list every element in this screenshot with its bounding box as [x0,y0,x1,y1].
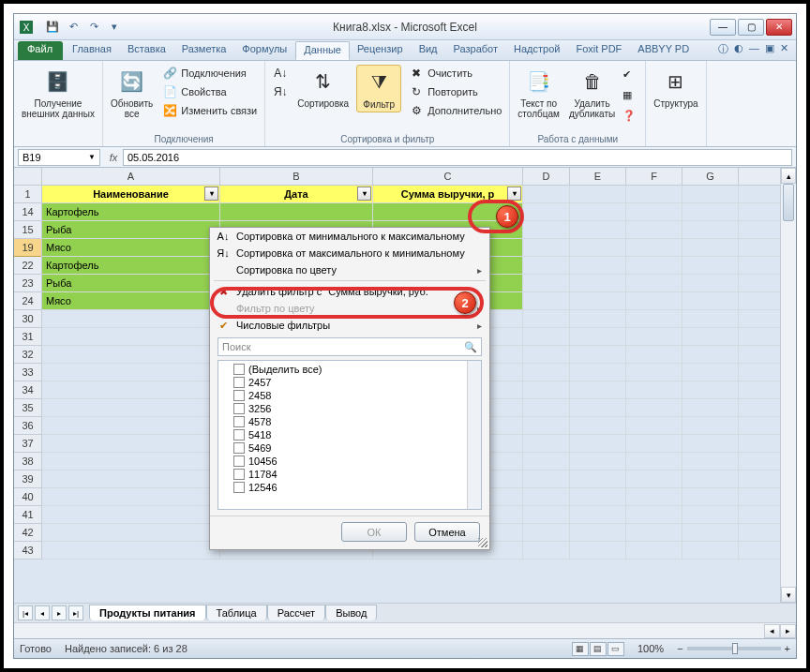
filter-dropdown-button[interactable]: ▾ [204,187,218,201]
tab-foxit pdf[interactable]: Foxit PDF [568,40,630,60]
cell[interactable] [570,399,626,416]
select-all-corner[interactable] [14,168,42,186]
cell[interactable] [42,399,220,416]
namebox-dropdown-icon[interactable]: ▼ [88,153,96,161]
cell[interactable] [626,275,682,291]
cell[interactable] [626,346,682,363]
cell[interactable] [523,203,570,220]
cancel-button[interactable]: Отмена [414,522,480,542]
sheet-tab[interactable]: Вывод [325,605,377,620]
cell[interactable]: Мясо [42,239,220,256]
connections-button[interactable]: 🔗Подключения [160,65,259,82]
qat-save-icon[interactable]: 💾 [44,19,61,36]
cell[interactable] [42,453,220,470]
cell[interactable] [523,275,570,291]
filter-value-item[interactable]: 10456 [220,455,479,468]
cell[interactable] [626,524,682,541]
row-header[interactable]: 34 [14,381,41,399]
tab-формулы[interactable]: Формулы [234,40,295,60]
cell[interactable] [626,310,682,327]
sort-asc-item[interactable]: A↓Сортировка от минимального к максималь… [210,228,489,245]
cell[interactable] [626,417,682,434]
view-pagebreak-button[interactable]: ▭ [608,642,624,656]
cell[interactable] [523,453,570,470]
cell[interactable] [523,381,570,398]
filter-search-input[interactable]: Поиск🔍 [218,337,482,356]
cell[interactable] [570,542,626,559]
scroll-right-icon[interactable]: ▸ [780,624,796,638]
sheet-nav-button[interactable]: ▸| [68,605,83,620]
remove-duplicates-button[interactable]: 🗑Удалить дубликаты [567,65,617,121]
cell[interactable] [626,257,682,274]
zoom-in-icon[interactable]: + [785,643,790,654]
sheet-nav-button[interactable]: ▸ [52,605,67,620]
cell[interactable] [570,239,626,256]
qat-undo-icon[interactable]: ↶ [65,19,82,36]
row-header[interactable]: 14 [14,203,41,221]
col-header[interactable]: G [682,168,739,185]
advanced-button[interactable]: ⚙Дополнительно [407,102,503,119]
zoom-level[interactable]: 100% [638,643,664,654]
number-filters-item[interactable]: ✔Числовые фильтры [210,317,489,334]
cell[interactable] [570,470,626,487]
cell[interactable]: Наименование▾ [42,186,220,202]
cell[interactable] [42,346,220,363]
cell[interactable]: Картофель [42,203,220,220]
minimize-button[interactable]: — [710,19,736,36]
row-header[interactable]: 33 [14,364,41,381]
cell[interactable] [523,435,570,452]
cell[interactable] [626,186,682,202]
scroll-down-icon[interactable]: ▾ [781,587,796,603]
filter-button[interactable]: ⧩ Фильтр [356,65,401,112]
filter-value-item[interactable]: 5469 [220,441,479,455]
sort-desc-item[interactable]: Я↓Сортировка от максимального к минималь… [210,245,489,261]
cell[interactable] [626,364,682,381]
formula-input[interactable]: 05.05.2016 [123,149,792,166]
cell[interactable]: Рыба [42,221,220,238]
resize-grip-icon[interactable] [478,538,488,547]
row-header[interactable]: 23 [14,275,41,292]
cell[interactable] [523,257,570,274]
edit-links-button[interactable]: 🔀Изменить связи [160,102,259,119]
filter-value-item[interactable]: 2457 [220,376,479,389]
checkbox[interactable] [233,364,245,375]
doc-restore-icon[interactable]: ▣ [765,42,774,58]
cell[interactable] [42,310,220,327]
cell[interactable] [523,470,570,487]
tab-file[interactable]: Файл [18,41,63,60]
cell[interactable]: Мясо [42,292,220,309]
cell[interactable] [220,203,373,220]
cell[interactable] [682,257,739,274]
cell[interactable] [682,417,739,434]
horizontal-scrollbar[interactable]: ◂ ▸ [14,622,796,638]
col-header[interactable]: C [373,168,523,185]
cell[interactable] [42,488,220,505]
row-header[interactable]: 39 [14,470,41,488]
cell[interactable] [682,364,739,381]
col-header[interactable]: A [42,168,220,185]
refresh-all-button[interactable]: 🔄 Обновить все [109,65,155,121]
sheet-tab[interactable]: Таблица [206,605,267,620]
cell[interactable] [523,221,570,238]
external-data-button[interactable]: 🗄️ Получение внешних данных [20,65,97,121]
fx-icon[interactable]: fx [104,152,123,163]
scroll-thumb[interactable] [783,184,794,221]
cell[interactable] [570,186,626,202]
sort-button[interactable]: ⇅ Сортировка [295,65,351,111]
cell[interactable] [626,506,682,523]
cell[interactable] [523,506,570,523]
cell[interactable] [682,221,739,238]
cell[interactable]: Рыба [42,275,220,291]
tab-главная[interactable]: Главная [65,40,120,60]
sort-by-color-item[interactable]: Сортировка по цвету [210,261,489,278]
row-header[interactable]: 36 [14,417,41,435]
col-header[interactable]: D [523,168,570,185]
cell[interactable] [523,524,570,541]
cell[interactable] [42,435,220,452]
cell[interactable] [523,239,570,256]
checkbox[interactable] [233,429,245,441]
clear-filter-button[interactable]: ✖Очистить [407,65,503,82]
cell[interactable] [42,381,220,398]
sheet-tab[interactable]: Продукты питания [89,605,206,620]
cell[interactable] [626,435,682,452]
